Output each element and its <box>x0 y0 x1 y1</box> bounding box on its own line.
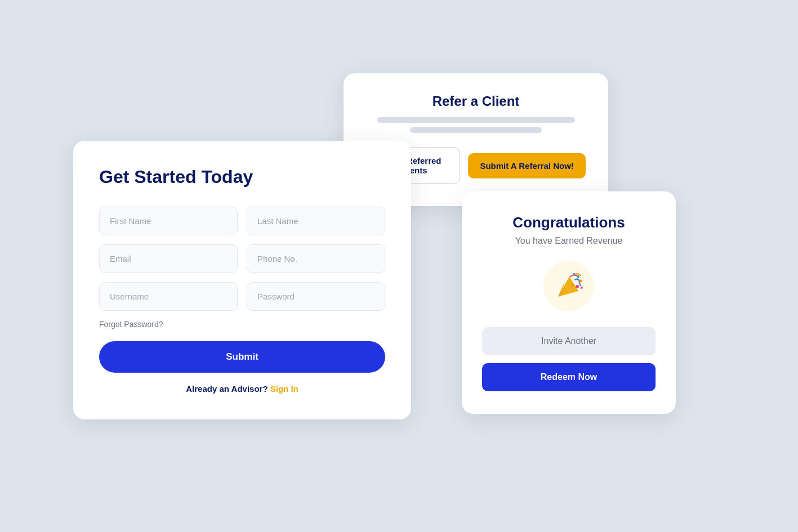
skeleton-line-long <box>377 117 575 123</box>
email-input[interactable] <box>99 244 238 273</box>
email-phone-row <box>99 244 385 273</box>
sign-in-link[interactable]: Sign In <box>270 384 298 394</box>
phone-input[interactable] <box>247 244 385 273</box>
svg-point-6 <box>581 287 583 289</box>
redeem-now-button[interactable]: Redeem Now <box>482 363 656 391</box>
first-name-input[interactable] <box>99 207 238 235</box>
submit-button[interactable]: Submit <box>99 341 385 373</box>
username-input[interactable] <box>99 282 238 311</box>
congrats-card: Congratulations You have Earned Revenue … <box>462 191 676 414</box>
forgot-password-link[interactable]: Forgot Password? <box>99 320 385 329</box>
svg-point-5 <box>577 275 579 278</box>
password-input[interactable] <box>247 282 385 311</box>
congrats-title: Congratulations <box>482 214 656 231</box>
svg-rect-8 <box>579 284 582 287</box>
svg-point-2 <box>576 285 579 288</box>
svg-point-3 <box>579 280 582 283</box>
get-started-card: Get Started Today Forgot Password? Submi… <box>73 141 411 419</box>
submit-referral-button[interactable]: Submit A Referral Now! <box>468 153 586 178</box>
username-password-row <box>99 282 385 311</box>
party-popper-icon <box>554 271 584 301</box>
already-advisor-text: Already an Advisor? <box>186 384 268 394</box>
signin-row: Already an Advisor? Sign In <box>99 384 385 394</box>
svg-point-4 <box>573 273 575 275</box>
congrats-subtitle: You have Earned Revenue <box>482 236 656 246</box>
invite-another-button[interactable]: Invite Another <box>482 327 656 355</box>
last-name-input[interactable] <box>247 207 385 235</box>
skeleton-line-short <box>410 127 542 133</box>
name-row <box>99 207 385 235</box>
refer-card-title: Refer a Client <box>366 93 586 109</box>
party-icon <box>543 261 594 311</box>
register-card-title: Get Started Today <box>99 167 385 187</box>
